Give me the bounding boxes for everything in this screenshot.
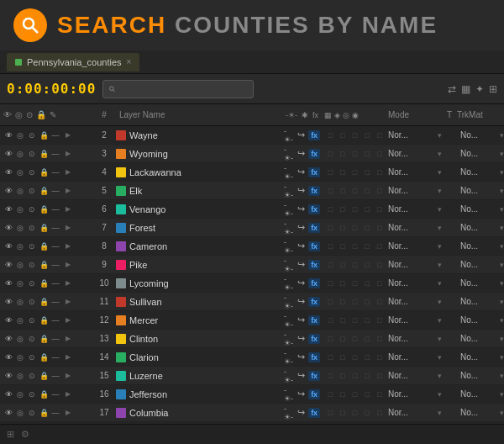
switch-6[interactable]: □: [349, 222, 360, 234]
fx-badge[interactable]: fx: [308, 204, 320, 214]
switch-5[interactable]: □: [338, 259, 349, 271]
switch-4[interactable]: □: [325, 222, 336, 234]
layer-mode-dropdown[interactable]: Nor... ▾: [385, 278, 442, 288]
layer-trkmat-dropdown[interactable]: No... ▾: [457, 223, 504, 232]
switch-6[interactable]: □: [349, 407, 360, 419]
eye-icon[interactable]: 👁: [3, 167, 13, 177]
solo-icon[interactable]: ⊙: [27, 204, 37, 214]
switch-8[interactable]: □: [374, 278, 385, 289]
switch-7[interactable]: □: [362, 240, 373, 252]
switch-6[interactable]: □: [349, 278, 360, 289]
switch-timer-icon[interactable]: -☀-: [284, 148, 295, 160]
eye-icon[interactable]: 👁: [3, 204, 13, 214]
switch-8[interactable]: □: [374, 259, 385, 271]
layer-mode-dropdown[interactable]: Nor... ▾: [385, 241, 442, 251]
switch-8[interactable]: □: [374, 185, 385, 197]
expand-icon[interactable]: ▶: [64, 409, 72, 417]
eye-icon[interactable]: 👁: [3, 130, 13, 140]
layer-row[interactable]: 👁 ◎ ⊙ 🔒 — ▶ 5 Elk -☀- ↪ fx □ □ □ □ □ No: [0, 182, 504, 200]
layer-color-box[interactable]: [116, 389, 126, 399]
layer-name-label[interactable]: Forest: [129, 223, 284, 233]
trkmat-dropdown-arrow[interactable]: ▾: [500, 131, 504, 140]
switch-7[interactable]: □: [362, 352, 373, 363]
solo-icon[interactable]: ⊙: [27, 223, 37, 233]
render-icon[interactable]: ▦: [461, 83, 470, 95]
layer-row[interactable]: 👁 ◎ ⊙ 🔒 — ▶ 17 Columbia -☀- ↪ fx □ □ □ □…: [0, 404, 504, 422]
layer-trkmat-dropdown[interactable]: No... ▾: [457, 149, 504, 158]
shy-icon[interactable]: —: [50, 186, 60, 196]
mode-dropdown-arrow[interactable]: ▾: [438, 335, 442, 343]
fx-badge[interactable]: fx: [308, 334, 320, 344]
switch-6[interactable]: □: [349, 130, 360, 141]
audio-icon[interactable]: ◎: [15, 223, 25, 233]
layer-name-label[interactable]: Lackawanna: [129, 167, 284, 177]
solo-icon[interactable]: ⊙: [27, 371, 37, 381]
layer-row[interactable]: 👁 ◎ ⊙ 🔒 — ▶ 7 Forest -☀- ↪ fx □ □ □ □ □: [0, 219, 504, 237]
switch-4[interactable]: □: [325, 240, 336, 252]
audio-icon[interactable]: ◎: [15, 278, 25, 288]
layer-name-label[interactable]: Elk: [129, 186, 284, 196]
trkmat-dropdown-arrow[interactable]: ▾: [500, 390, 504, 399]
layer-color-box[interactable]: [116, 371, 126, 381]
lock-icon[interactable]: 🔒: [39, 352, 49, 362]
switch-7[interactable]: □: [362, 204, 373, 215]
switch-5[interactable]: □: [338, 240, 349, 252]
layer-name-label[interactable]: Wayne: [129, 130, 284, 140]
layer-row[interactable]: 👁 ◎ ⊙ 🔒 — ▶ 4 Lackawanna -☀- ↪ fx □ □ □ …: [0, 163, 504, 182]
layer-trkmat-dropdown[interactable]: No... ▾: [457, 297, 504, 306]
layer-mode-dropdown[interactable]: Nor... ▾: [385, 186, 442, 195]
layer-trkmat-dropdown[interactable]: No... ▾: [457, 204, 504, 214]
switch-timer-icon[interactable]: -☀-: [284, 333, 295, 345]
audio-icon[interactable]: ◎: [15, 204, 25, 214]
layer-name-label[interactable]: Wyoming: [129, 149, 284, 159]
switch-7[interactable]: □: [362, 148, 373, 160]
switch-4[interactable]: □: [325, 204, 336, 215]
lock-icon[interactable]: 🔒: [39, 389, 49, 399]
switch-6[interactable]: □: [349, 352, 360, 363]
mode-dropdown-arrow[interactable]: ▾: [438, 242, 442, 251]
switch-6[interactable]: □: [349, 314, 360, 326]
mode-dropdown-arrow[interactable]: ▾: [438, 390, 442, 399]
layer-trkmat-dropdown[interactable]: No... ▾: [457, 315, 504, 325]
audio-icon[interactable]: ◎: [15, 186, 25, 196]
trkmat-dropdown-arrow[interactable]: ▾: [500, 335, 504, 343]
expand-icon[interactable]: ⇄: [448, 83, 456, 95]
layer-trkmat-dropdown[interactable]: No... ▾: [457, 408, 504, 417]
switch-8[interactable]: □: [374, 166, 385, 178]
switch-7[interactable]: □: [362, 259, 373, 271]
switch-6[interactable]: □: [349, 388, 360, 400]
switch-timer-icon[interactable]: -☀-: [284, 352, 295, 363]
switch-6[interactable]: □: [349, 166, 360, 178]
layer-row[interactable]: 👁 ◎ ⊙ 🔒 — ▶ 9 Pike -☀- ↪ fx □ □ □ □ □ N: [0, 256, 504, 274]
switch-4[interactable]: □: [325, 296, 336, 308]
switch-timer-icon[interactable]: -☀-: [284, 314, 295, 326]
solo-icon[interactable]: ⊙: [27, 389, 37, 399]
switch-8[interactable]: □: [374, 352, 385, 363]
layer-color-box[interactable]: [116, 315, 126, 325]
eye-icon[interactable]: 👁: [3, 408, 13, 418]
fx-badge[interactable]: fx: [308, 241, 320, 251]
trkmat-dropdown-arrow[interactable]: ▾: [500, 372, 504, 380]
lock-icon[interactable]: 🔒: [39, 149, 49, 159]
mode-dropdown-arrow[interactable]: ▾: [438, 150, 442, 158]
audio-icon[interactable]: ◎: [15, 315, 25, 325]
solo-icon[interactable]: ⊙: [27, 297, 37, 307]
shy-icon[interactable]: —: [50, 315, 60, 325]
footer-settings-icon[interactable]: ⚙: [21, 429, 29, 440]
shy-icon[interactable]: —: [50, 408, 60, 418]
layer-color-box[interactable]: [116, 278, 126, 288]
switch-4[interactable]: □: [325, 352, 336, 363]
layer-row[interactable]: 👁 ◎ ⊙ 🔒 — ▶ 16 Jefferson -☀- ↪ fx □ □ □ …: [0, 385, 504, 404]
layer-trkmat-dropdown[interactable]: No... ▾: [457, 278, 504, 288]
switch-5[interactable]: □: [338, 148, 349, 160]
switch-7[interactable]: □: [362, 407, 373, 419]
layer-name-label[interactable]: Clinton: [129, 334, 284, 344]
solo-icon[interactable]: ⊙: [27, 149, 37, 159]
layer-name-label[interactable]: Pike: [129, 260, 284, 270]
expand-icon[interactable]: ▶: [64, 242, 72, 251]
solo-icon[interactable]: ⊙: [27, 352, 37, 362]
switch-4[interactable]: □: [325, 185, 336, 197]
fx-badge[interactable]: fx: [308, 352, 320, 362]
timeline-search-box[interactable]: [102, 80, 254, 98]
shy-icon[interactable]: —: [50, 130, 60, 140]
